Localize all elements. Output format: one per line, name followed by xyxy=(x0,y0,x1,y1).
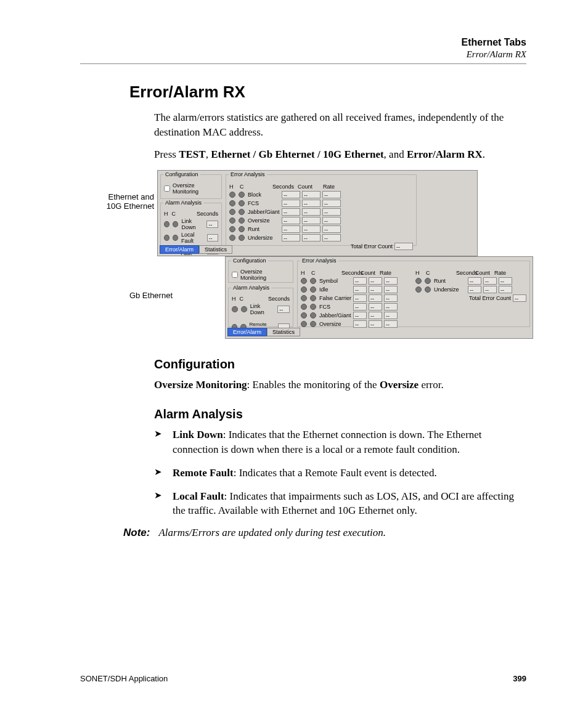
value-field: -- xyxy=(302,225,321,233)
led-icon xyxy=(415,278,422,284)
value-field: -- xyxy=(206,221,218,228)
col-rate: Rate xyxy=(323,184,335,190)
kw-ethernet: Ethernet / Gb Ehternet / 10G Ethernet xyxy=(211,148,383,160)
led-icon xyxy=(229,209,235,215)
led-icon xyxy=(310,295,316,301)
alarm-list: Link Down: Indicates that the Ethernet c… xyxy=(154,428,526,518)
kw-test: TEST xyxy=(179,148,205,160)
led-icon xyxy=(229,226,235,232)
led-icon xyxy=(415,286,422,293)
annotation-gb-ethernet: Gb Ethernet xyxy=(105,291,173,300)
text: , and xyxy=(384,148,407,160)
col-c: C xyxy=(172,211,176,217)
error-analysis-group: Error Analysis HCSecondsCountRate Block-… xyxy=(226,174,417,246)
header-title: Ethernet Tabs xyxy=(80,37,526,48)
checkbox-icon[interactable] xyxy=(232,272,238,278)
label: Block xyxy=(248,192,280,198)
kw-error-alarm: Error/Alarm RX xyxy=(407,148,483,160)
tab-error-alarm[interactable]: Error/Alarm xyxy=(160,245,199,254)
value-field: -- xyxy=(369,294,382,302)
error-row-oversize: Oversize------ xyxy=(301,320,412,328)
text: : Enables the monitoring of the xyxy=(247,379,380,391)
error-row-total: Total Error Count-- xyxy=(229,243,413,250)
value-field: -- xyxy=(302,217,321,224)
header-subtitle: Error/Alarm RX xyxy=(80,49,526,60)
led-icon xyxy=(164,221,169,227)
led-icon xyxy=(301,278,307,284)
config-text: Oversize Monitoring: Enables the monitor… xyxy=(154,378,526,392)
group-title: Error Analysis xyxy=(300,258,338,264)
value-field: -- xyxy=(282,200,300,207)
intro-paragraph: The alarm/errors statistics are gathered… xyxy=(154,110,526,140)
error-row-fcs: FCS------ xyxy=(229,200,413,207)
value-field: -- xyxy=(384,286,398,293)
led-icon xyxy=(301,304,307,310)
value-field: -- xyxy=(277,306,290,313)
col-h: H xyxy=(415,270,424,276)
col-seconds: Seconds xyxy=(197,211,218,217)
value-field: -- xyxy=(369,303,382,310)
led-icon xyxy=(425,278,431,284)
led-icon xyxy=(310,321,316,327)
note-text: Alarms/Errors are updated only during te… xyxy=(158,527,385,539)
col-h: H xyxy=(164,211,168,217)
text: . xyxy=(483,148,485,160)
value-field: -- xyxy=(302,208,321,216)
alarm-row-link-down: Link Down-- xyxy=(232,303,290,315)
value-field: -- xyxy=(282,234,300,241)
value-field: -- xyxy=(302,200,321,207)
group-title: Alarm Analysis xyxy=(231,285,271,291)
led-icon xyxy=(173,235,178,241)
value-field: -- xyxy=(353,294,367,302)
led-icon xyxy=(301,286,307,293)
led-icon xyxy=(239,209,245,215)
value-field: -- xyxy=(384,294,398,302)
value-field: -- xyxy=(384,303,398,310)
tab-statistics[interactable]: Statistics xyxy=(199,245,232,254)
value-field: -- xyxy=(499,286,512,293)
led-icon xyxy=(229,192,235,198)
led-icon xyxy=(239,226,245,232)
term: Local Fault xyxy=(173,490,224,502)
tab-error-alarm[interactable]: Error/Alarm xyxy=(227,328,267,336)
value-field: -- xyxy=(384,312,398,319)
press-instruction: Press TEST, Ethernet / Gb Ehternet / 10G… xyxy=(154,147,526,162)
text: error. xyxy=(419,379,444,391)
value-field: -- xyxy=(282,225,300,233)
value-field: -- xyxy=(322,208,341,216)
led-icon xyxy=(301,321,307,327)
value-field: -- xyxy=(369,286,382,293)
heading-configuration: Configuration xyxy=(154,357,526,371)
led-icon xyxy=(310,278,316,284)
label: Symbol xyxy=(319,278,351,284)
col-rate: Rate xyxy=(380,270,391,276)
col-c: C xyxy=(311,270,340,276)
note: Note: Alarms/Errors are updated only dur… xyxy=(123,527,526,539)
col-c: C xyxy=(240,296,244,302)
label: Jabber/Giant xyxy=(319,312,351,318)
error-row-block: Block------ xyxy=(229,191,413,198)
value-field: -- xyxy=(483,286,497,293)
tab-statistics[interactable]: Statistics xyxy=(267,328,300,336)
group-title: Configuration xyxy=(231,258,268,264)
col-count: Count xyxy=(475,270,492,276)
term: Oversize Monitoring xyxy=(154,379,247,391)
col-seconds: Seconds xyxy=(272,184,296,190)
label: Link Down xyxy=(250,303,276,315)
text: Press xyxy=(154,148,179,160)
value-field: -- xyxy=(322,191,341,198)
error-row-oversize: Oversize------ xyxy=(229,217,413,224)
led-icon xyxy=(425,286,431,293)
oversize-checkbox[interactable]: Oversize Monitoring xyxy=(164,182,218,195)
value-field: -- xyxy=(207,234,218,241)
led-icon xyxy=(239,192,245,198)
oversize-checkbox[interactable]: Oversize Monitoring xyxy=(232,269,290,281)
term: Link Down xyxy=(173,429,223,440)
checkbox-icon[interactable] xyxy=(164,185,170,192)
value-field: -- xyxy=(322,217,341,224)
label: Total Error Count xyxy=(351,243,393,249)
group-title: Error Analysis xyxy=(229,171,267,177)
col-seconds: Seconds xyxy=(341,270,359,276)
error-row-jabber: Jabber/Giant------ xyxy=(301,312,412,319)
value-field: -- xyxy=(322,234,341,241)
